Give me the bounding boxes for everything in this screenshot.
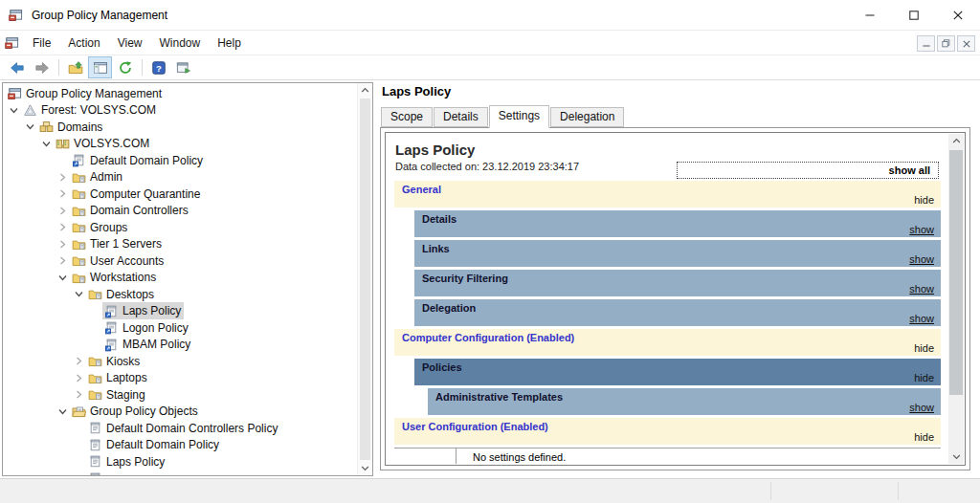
ou-icon (87, 287, 102, 302)
tree-item-logon-policy[interactable]: Logon Policy (6, 319, 357, 337)
tree-item-computer-quarantine[interactable]: Computer Quarantine (6, 186, 357, 203)
section-toggle-link[interactable]: hide (914, 194, 934, 206)
maximize-button[interactable] (892, 0, 936, 30)
tree-item-groups[interactable]: Groups (6, 219, 357, 236)
chevron-right-icon[interactable] (55, 169, 70, 185)
chevron-right-icon[interactable] (71, 387, 86, 403)
chevron-right-icon[interactable] (55, 186, 70, 202)
forward-button[interactable] (30, 56, 54, 78)
chevron-right-icon[interactable] (55, 253, 70, 269)
child-restore-button[interactable] (937, 35, 955, 52)
tree-item-group-policy-objects[interactable]: Group Policy Objects (6, 404, 357, 421)
titlebar: Group Policy Management (0, 0, 980, 31)
window-new-icon (176, 60, 191, 76)
gpo-link-icon (103, 337, 119, 352)
section-toggle-link[interactable]: show (909, 224, 934, 235)
tree-item-workstations[interactable]: Workstations (6, 270, 357, 287)
section-toggle-link[interactable]: show (909, 253, 934, 265)
tree-item-user-accounts[interactable]: User Accounts (6, 252, 357, 270)
refresh-button[interactable] (113, 56, 137, 78)
chevron-right-icon[interactable] (55, 203, 70, 218)
ou-icon (71, 186, 86, 202)
ou-icon (71, 253, 86, 269)
tree-item-tier-1-servers[interactable]: Tier 1 Servers (6, 236, 357, 253)
menu-action[interactable]: Action (59, 33, 108, 54)
tree-item-forest-volsys-com[interactable]: Forest: VOLSYS.COM (6, 102, 357, 120)
help-button[interactable]: ? (146, 56, 170, 78)
section-toggle-link[interactable]: show (909, 283, 934, 295)
ou-icon (71, 236, 86, 252)
chevron-down-icon[interactable] (22, 120, 37, 135)
menu-view[interactable]: View (109, 33, 151, 54)
chevron-right-icon[interactable] (55, 236, 70, 252)
new-window-button[interactable] (171, 56, 195, 78)
chevron-down-icon[interactable] (55, 404, 70, 419)
section-toggle-link[interactable]: show (909, 402, 934, 413)
tree-item-group-policy-management[interactable]: Group Policy Management (6, 85, 357, 102)
tree-scrollbar-thumb[interactable] (360, 98, 370, 460)
report-sections: GeneralhideDetailsshowLinksshowSecurity … (394, 181, 941, 445)
section-toggle-link[interactable]: hide (914, 372, 934, 383)
chevron-right-icon[interactable] (55, 220, 70, 235)
report-scroll-up-button[interactable] (948, 134, 964, 148)
tree-item-staging[interactable]: Staging (6, 386, 357, 404)
show-all-link[interactable]: show all (677, 162, 939, 179)
report-scrollbar[interactable] (948, 134, 964, 464)
close-button[interactable] (936, 0, 980, 30)
tree-item-core: Tier 1 Servers (70, 235, 165, 252)
up-one-level-button[interactable] (63, 56, 87, 78)
menu-help[interactable]: Help (209, 33, 250, 54)
chevron-right-icon[interactable] (71, 354, 86, 369)
section-toggle-link[interactable]: hide (914, 431, 934, 443)
tree-item-desktops[interactable]: Desktops (6, 286, 357, 303)
tree-item-default-domain-controllers-policy[interactable]: Default Domain Controllers Policy (6, 420, 357, 437)
tree-item-volsys-com[interactable]: VOLSYS.COM (6, 136, 357, 153)
tree-item-laps-policy[interactable]: Laps Policy (6, 453, 357, 470)
tree-item-kiosks[interactable]: Kiosks (6, 353, 357, 370)
report-content: Laps Policy Data collected on: 23.12.201… (387, 134, 947, 464)
tree-item-domain-controllers[interactable]: Domain Controllers (6, 203, 357, 220)
chevron-down-icon[interactable] (6, 102, 21, 118)
tree-item-blank[interactable] (6, 470, 357, 476)
report-scroll-down-button[interactable] (948, 449, 964, 464)
chevron-down-icon[interactable] (55, 270, 70, 285)
tree-item-label: Groups (90, 221, 127, 234)
section-toggle-link[interactable]: hide (914, 342, 934, 354)
tree-item-admin[interactable]: Admin (6, 169, 357, 186)
report-scrollbar-thumb[interactable] (949, 150, 963, 395)
child-minimize-button[interactable] (917, 35, 935, 52)
tree-item-label: VOLSYS.COM (74, 137, 149, 150)
expander-spacer (87, 337, 102, 352)
tab-details[interactable]: Details (434, 107, 488, 127)
show-console-tree-button[interactable] (88, 56, 112, 78)
tab-scope[interactable]: Scope (381, 107, 433, 127)
chevron-down-icon[interactable] (71, 287, 86, 302)
chevron-right-icon[interactable] (71, 370, 86, 385)
expander-spacer (71, 421, 86, 436)
tree-item-label: Default Domain Policy (90, 154, 203, 167)
menu-window[interactable]: Window (151, 33, 210, 54)
tree-item-default-domain-policy[interactable]: Default Domain Policy (6, 152, 357, 169)
console-tree-panel: Group Policy ManagementForest: VOLSYS.CO… (2, 82, 373, 476)
minimize-button[interactable] (848, 0, 892, 30)
tree-item-laptops[interactable]: Laptops (6, 370, 357, 387)
back-button[interactable] (5, 56, 29, 78)
tree-scrollbar[interactable] (357, 83, 372, 475)
chevron-down-icon[interactable] (38, 136, 54, 151)
tree-scroll-down-button[interactable] (358, 461, 372, 475)
tree-item-label: MBAM Policy (122, 338, 190, 351)
tree-item-core: Laps Policy (102, 302, 184, 319)
tree-item-domains[interactable]: Domains (6, 119, 357, 136)
section-label: User Configuration (Enabled) (402, 421, 548, 432)
section-toggle-link[interactable]: show (909, 313, 934, 324)
tab-settings[interactable]: Settings (489, 105, 549, 128)
tree-item-core: Domains (37, 119, 105, 136)
menu-file[interactable]: File (24, 33, 59, 54)
tree-item-mbam-policy[interactable]: MBAM Policy (6, 337, 357, 354)
tree-item-laps-policy[interactable]: Laps Policy (6, 303, 357, 320)
tree-scroll-up-button[interactable] (358, 83, 372, 98)
tab-delegation[interactable]: Delegation (550, 107, 624, 127)
child-close-button[interactable] (957, 35, 975, 52)
tree-item-label: Admin (90, 170, 122, 184)
tree-item-default-domain-policy[interactable]: Default Domain Policy (6, 437, 357, 454)
